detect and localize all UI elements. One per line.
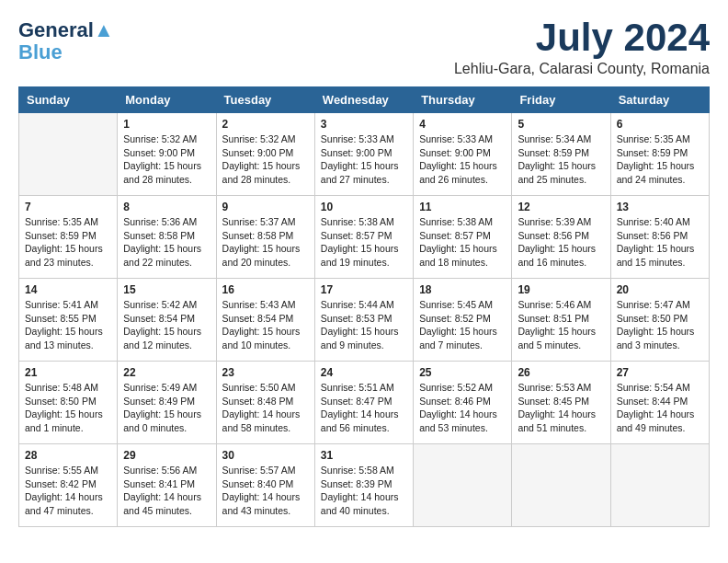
day-number: 23 (222, 366, 309, 379)
day-number: 17 (321, 283, 407, 296)
week-row-5: 28Sunrise: 5:55 AM Sunset: 8:42 PM Dayli… (19, 444, 710, 527)
weekday-header-wednesday: Wednesday (314, 87, 413, 113)
day-info: Sunrise: 5:32 AM Sunset: 9:00 PM Dayligh… (222, 132, 309, 187)
day-number: 31 (321, 449, 407, 462)
day-number: 1 (123, 118, 210, 131)
day-cell-1: 1Sunrise: 5:32 AM Sunset: 9:00 PM Daylig… (118, 113, 216, 196)
day-number: 29 (123, 449, 210, 462)
day-number: 30 (222, 449, 309, 462)
weekday-header-tuesday: Tuesday (216, 87, 314, 113)
day-info: Sunrise: 5:43 AM Sunset: 8:54 PM Dayligh… (222, 298, 309, 352)
day-info: Sunrise: 5:48 AM Sunset: 8:50 PM Dayligh… (25, 381, 111, 435)
day-info: Sunrise: 5:46 AM Sunset: 8:51 PM Dayligh… (518, 298, 604, 352)
day-cell-10: 10Sunrise: 5:38 AM Sunset: 8:57 PM Dayli… (314, 196, 413, 279)
day-cell-15: 15Sunrise: 5:42 AM Sunset: 8:54 PM Dayli… (118, 279, 216, 362)
day-cell-28: 28Sunrise: 5:55 AM Sunset: 8:42 PM Dayli… (19, 444, 118, 527)
day-number: 15 (123, 283, 210, 296)
day-info: Sunrise: 5:33 AM Sunset: 9:00 PM Dayligh… (321, 132, 407, 187)
weekday-header-sunday: Sunday (19, 87, 118, 113)
empty-cell (512, 444, 610, 527)
weekday-header-row: SundayMondayTuesdayWednesdayThursdayFrid… (19, 87, 710, 113)
weekday-header-monday: Monday (118, 87, 216, 113)
empty-cell (414, 444, 512, 527)
day-info: Sunrise: 5:55 AM Sunset: 8:42 PM Dayligh… (25, 464, 111, 518)
day-cell-24: 24Sunrise: 5:51 AM Sunset: 8:47 PM Dayli… (314, 362, 413, 444)
day-cell-19: 19Sunrise: 5:46 AM Sunset: 8:51 PM Dayli… (512, 279, 610, 362)
day-cell-16: 16Sunrise: 5:43 AM Sunset: 8:54 PM Dayli… (216, 279, 314, 362)
day-cell-23: 23Sunrise: 5:50 AM Sunset: 8:48 PM Dayli… (216, 362, 314, 444)
logo-blue: Blue (18, 42, 63, 63)
day-info: Sunrise: 5:50 AM Sunset: 8:48 PM Dayligh… (222, 381, 309, 435)
week-row-4: 21Sunrise: 5:48 AM Sunset: 8:50 PM Dayli… (19, 362, 710, 444)
day-number: 2 (222, 118, 309, 131)
day-cell-9: 9Sunrise: 5:37 AM Sunset: 8:58 PM Daylig… (216, 196, 314, 279)
day-cell-14: 14Sunrise: 5:41 AM Sunset: 8:55 PM Dayli… (19, 279, 118, 362)
day-info: Sunrise: 5:32 AM Sunset: 9:00 PM Dayligh… (123, 132, 210, 187)
day-number: 22 (123, 366, 210, 379)
day-number: 10 (321, 201, 407, 213)
day-number: 13 (617, 201, 703, 213)
day-info: Sunrise: 5:54 AM Sunset: 8:44 PM Dayligh… (617, 381, 703, 435)
day-number: 11 (419, 201, 506, 213)
day-cell-18: 18Sunrise: 5:45 AM Sunset: 8:52 PM Dayli… (414, 279, 512, 362)
day-info: Sunrise: 5:38 AM Sunset: 8:57 PM Dayligh… (419, 215, 506, 270)
day-info: Sunrise: 5:58 AM Sunset: 8:39 PM Dayligh… (321, 464, 407, 518)
page-header: General▲ Blue July 2024 Lehliu-Gara, Cal… (18, 18, 710, 77)
day-number: 9 (222, 201, 309, 213)
day-cell-12: 12Sunrise: 5:39 AM Sunset: 8:56 PM Dayli… (512, 196, 610, 279)
day-cell-3: 3Sunrise: 5:33 AM Sunset: 9:00 PM Daylig… (314, 113, 413, 196)
location: Lehliu-Gara, Calarasi County, Romania (454, 61, 710, 77)
day-info: Sunrise: 5:37 AM Sunset: 8:58 PM Dayligh… (222, 215, 309, 270)
empty-cell (19, 113, 118, 196)
day-info: Sunrise: 5:56 AM Sunset: 8:41 PM Dayligh… (123, 464, 210, 518)
day-number: 18 (419, 283, 506, 296)
day-cell-13: 13Sunrise: 5:40 AM Sunset: 8:56 PM Dayli… (610, 196, 709, 279)
day-cell-25: 25Sunrise: 5:52 AM Sunset: 8:46 PM Dayli… (414, 362, 512, 444)
day-cell-6: 6Sunrise: 5:35 AM Sunset: 8:59 PM Daylig… (610, 113, 709, 196)
day-info: Sunrise: 5:44 AM Sunset: 8:53 PM Dayligh… (321, 298, 407, 352)
weekday-header-thursday: Thursday (414, 87, 512, 113)
day-info: Sunrise: 5:36 AM Sunset: 8:58 PM Dayligh… (123, 215, 210, 270)
day-cell-31: 31Sunrise: 5:58 AM Sunset: 8:39 PM Dayli… (314, 444, 413, 527)
day-number: 4 (419, 118, 506, 131)
calendar-table: SundayMondayTuesdayWednesdayThursdayFrid… (18, 86, 710, 527)
week-row-3: 14Sunrise: 5:41 AM Sunset: 8:55 PM Dayli… (19, 279, 710, 362)
day-info: Sunrise: 5:35 AM Sunset: 8:59 PM Dayligh… (617, 132, 703, 187)
day-cell-29: 29Sunrise: 5:56 AM Sunset: 8:41 PM Dayli… (118, 444, 216, 527)
weekday-header-friday: Friday (512, 87, 610, 113)
day-number: 16 (222, 283, 309, 296)
week-row-1: 1Sunrise: 5:32 AM Sunset: 9:00 PM Daylig… (19, 113, 710, 196)
day-info: Sunrise: 5:49 AM Sunset: 8:49 PM Dayligh… (123, 381, 210, 435)
day-number: 12 (518, 201, 604, 213)
logo-text: General▲ (18, 18, 114, 42)
day-cell-7: 7Sunrise: 5:35 AM Sunset: 8:59 PM Daylig… (19, 196, 118, 279)
day-info: Sunrise: 5:34 AM Sunset: 8:59 PM Dayligh… (518, 132, 604, 187)
day-info: Sunrise: 5:51 AM Sunset: 8:47 PM Dayligh… (321, 381, 407, 435)
day-number: 6 (617, 118, 703, 131)
day-number: 25 (419, 366, 506, 379)
day-cell-5: 5Sunrise: 5:34 AM Sunset: 8:59 PM Daylig… (512, 113, 610, 196)
day-number: 28 (25, 449, 111, 462)
day-cell-2: 2Sunrise: 5:32 AM Sunset: 9:00 PM Daylig… (216, 113, 314, 196)
weekday-header-saturday: Saturday (610, 87, 709, 113)
day-info: Sunrise: 5:45 AM Sunset: 8:52 PM Dayligh… (419, 298, 506, 352)
day-info: Sunrise: 5:52 AM Sunset: 8:46 PM Dayligh… (419, 381, 506, 435)
day-info: Sunrise: 5:33 AM Sunset: 9:00 PM Dayligh… (419, 132, 506, 187)
day-number: 3 (321, 118, 407, 131)
day-cell-8: 8Sunrise: 5:36 AM Sunset: 8:58 PM Daylig… (118, 196, 216, 279)
day-cell-4: 4Sunrise: 5:33 AM Sunset: 9:00 PM Daylig… (414, 113, 512, 196)
month-title: July 2024 (454, 18, 710, 57)
day-info: Sunrise: 5:42 AM Sunset: 8:54 PM Dayligh… (123, 298, 210, 352)
day-cell-30: 30Sunrise: 5:57 AM Sunset: 8:40 PM Dayli… (216, 444, 314, 527)
day-number: 5 (518, 118, 604, 131)
day-info: Sunrise: 5:38 AM Sunset: 8:57 PM Dayligh… (321, 215, 407, 270)
day-number: 27 (617, 366, 703, 379)
day-cell-22: 22Sunrise: 5:49 AM Sunset: 8:49 PM Dayli… (118, 362, 216, 444)
day-info: Sunrise: 5:39 AM Sunset: 8:56 PM Dayligh… (518, 215, 604, 270)
day-cell-17: 17Sunrise: 5:44 AM Sunset: 8:53 PM Dayli… (314, 279, 413, 362)
day-cell-21: 21Sunrise: 5:48 AM Sunset: 8:50 PM Dayli… (19, 362, 118, 444)
title-block: July 2024 Lehliu-Gara, Calarasi County, … (454, 18, 710, 77)
day-cell-26: 26Sunrise: 5:53 AM Sunset: 8:45 PM Dayli… (512, 362, 610, 444)
day-number: 24 (321, 366, 407, 379)
day-info: Sunrise: 5:35 AM Sunset: 8:59 PM Dayligh… (25, 215, 111, 270)
